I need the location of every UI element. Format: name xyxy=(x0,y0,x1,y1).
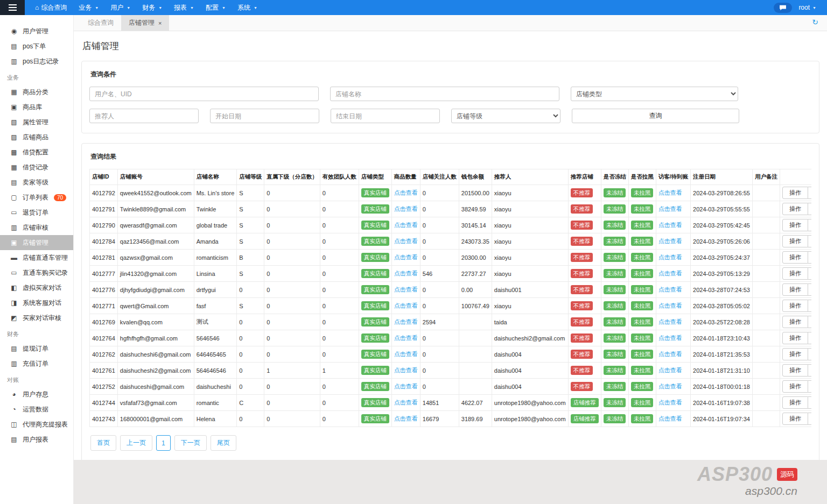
goods-view-link[interactable]: 点击查看 xyxy=(394,270,418,276)
sidebar-item[interactable]: ▣商品库 xyxy=(0,100,73,115)
action-caret-button[interactable]: ▼ xyxy=(808,364,811,377)
action-caret-button[interactable]: ▼ xyxy=(808,396,811,409)
visitors-view-link[interactable]: 点击查看 xyxy=(658,367,682,373)
action-button[interactable]: 操作 xyxy=(782,187,808,199)
action-button[interactable]: 操作 xyxy=(782,251,808,264)
sidebar-item[interactable]: ◧虚拟买家对话 xyxy=(0,280,73,295)
action-button[interactable]: 操作 xyxy=(782,219,808,231)
visitors-view-link[interactable]: 点击查看 xyxy=(658,270,682,276)
sidebar-item[interactable]: ▭退货订单 xyxy=(0,205,73,220)
sidebar-item[interactable]: ▬店铺直通车管理 xyxy=(0,250,73,265)
sidebar-item[interactable]: ◩买家对话审核 xyxy=(0,310,73,325)
goods-view-link[interactable]: 点击查看 xyxy=(394,286,418,293)
goods-view-link[interactable]: 点击查看 xyxy=(394,351,418,357)
action-button[interactable]: 操作 xyxy=(782,396,808,409)
action-caret-button[interactable]: ▼ xyxy=(808,187,811,199)
visitors-view-link[interactable]: 点击查看 xyxy=(658,238,682,244)
sidebar-item[interactable]: ▦商品分类 xyxy=(0,84,73,100)
nav-item-6[interactable]: 系统▼ xyxy=(232,0,263,15)
action-button[interactable]: 操作 xyxy=(782,300,808,312)
action-caret-button[interactable]: ▼ xyxy=(808,348,811,360)
sidebar-toggle-button[interactable] xyxy=(0,0,25,15)
goods-view-link[interactable]: 点击查看 xyxy=(394,383,418,389)
action-caret-button[interactable]: ▼ xyxy=(808,203,811,215)
action-caret-button[interactable]: ▼ xyxy=(808,267,811,280)
sidebar-item[interactable]: ▩借贷配置 xyxy=(0,145,73,160)
sidebar-item[interactable]: ◕用户存息 xyxy=(0,387,73,402)
goods-view-link[interactable]: 点击查看 xyxy=(394,318,418,325)
sidebar-item[interactable]: ◔运营数据 xyxy=(0,402,73,417)
action-button[interactable]: 操作 xyxy=(782,316,808,328)
sidebar-item[interactable]: ▣店铺管理 xyxy=(0,235,73,250)
action-button[interactable]: 操作 xyxy=(782,267,808,280)
end-date-input[interactable] xyxy=(331,109,440,123)
visitors-view-link[interactable]: 点击查看 xyxy=(658,254,682,260)
goods-view-link[interactable]: 点击查看 xyxy=(394,415,418,422)
goods-view-link[interactable]: 点击查看 xyxy=(394,367,418,373)
nav-item-2[interactable]: 用户▼ xyxy=(104,0,136,15)
goods-view-link[interactable]: 点击查看 xyxy=(394,399,418,406)
action-caret-button[interactable]: ▼ xyxy=(808,219,811,231)
sidebar-item[interactable]: ▨店铺商品 xyxy=(0,130,73,145)
visitors-view-link[interactable]: 点击查看 xyxy=(658,189,682,196)
action-button[interactable]: 操作 xyxy=(782,380,808,393)
sidebar-item[interactable]: ▧属性管理 xyxy=(0,115,73,130)
visitors-view-link[interactable]: 点击查看 xyxy=(658,286,682,293)
tab-1[interactable]: 综合查询 xyxy=(80,15,121,31)
goods-view-link[interactable]: 点击查看 xyxy=(394,254,418,260)
pagination-last[interactable]: 尾页 xyxy=(211,435,236,451)
action-caret-button[interactable]: ▼ xyxy=(808,380,811,393)
action-button[interactable]: 操作 xyxy=(782,203,808,215)
sidebar-item[interactable]: ▤提现订单 xyxy=(0,341,73,356)
sidebar-item[interactable]: ▢订单列表70 xyxy=(0,190,73,205)
visitors-view-link[interactable]: 点击查看 xyxy=(658,351,682,357)
pagination-prev[interactable]: 上一页 xyxy=(120,435,152,451)
visitors-view-link[interactable]: 点击查看 xyxy=(658,335,682,341)
sidebar-item[interactable]: ◨系统客服对话 xyxy=(0,295,73,310)
pagination-page-1[interactable]: 1 xyxy=(156,435,171,451)
visitors-view-link[interactable]: 点击查看 xyxy=(658,415,682,422)
visitors-view-link[interactable]: 点击查看 xyxy=(658,302,682,309)
action-caret-button[interactable]: ▼ xyxy=(808,251,811,264)
chat-button[interactable] xyxy=(774,3,792,13)
shop-level-select[interactable]: 店铺等级 xyxy=(451,109,560,123)
pagination-first[interactable]: 首页 xyxy=(90,435,116,451)
nav-item-4[interactable]: 报表▼ xyxy=(168,0,200,15)
action-caret-button[interactable]: ▼ xyxy=(808,332,811,344)
user-menu[interactable]: root ▼ xyxy=(798,4,816,11)
action-button[interactable]: 操作 xyxy=(782,348,808,360)
visitors-view-link[interactable]: 点击查看 xyxy=(658,399,682,406)
visitors-view-link[interactable]: 点击查看 xyxy=(658,383,682,389)
sidebar-item[interactable]: ▥店铺审核 xyxy=(0,220,73,235)
goods-view-link[interactable]: 点击查看 xyxy=(394,238,418,244)
search-button[interactable]: 查询 xyxy=(572,109,739,123)
shop-type-select[interactable]: 店铺类型 xyxy=(571,87,738,101)
nav-item-1[interactable]: 业务▼ xyxy=(73,0,104,15)
goods-view-link[interactable]: 点击查看 xyxy=(394,335,418,341)
sidebar-item[interactable]: ▭直通车购买记录 xyxy=(0,265,73,280)
nav-item-3[interactable]: 财务▼ xyxy=(136,0,168,15)
pagination-next[interactable]: 下一页 xyxy=(174,435,207,451)
close-icon[interactable]: × xyxy=(158,20,162,26)
nav-item-home[interactable]: ⌂综合查询 xyxy=(29,0,73,15)
sidebar-item[interactable]: ▦借贷记录 xyxy=(0,160,73,175)
action-button[interactable]: 操作 xyxy=(782,413,808,425)
goods-view-link[interactable]: 点击查看 xyxy=(394,222,418,228)
action-caret-button[interactable]: ▼ xyxy=(808,316,811,328)
goods-view-link[interactable]: 点击查看 xyxy=(394,302,418,309)
action-caret-button[interactable]: ▼ xyxy=(808,300,811,312)
action-button[interactable]: 操作 xyxy=(782,332,808,344)
goods-view-link[interactable]: 点击查看 xyxy=(394,205,418,212)
action-caret-button[interactable]: ▼ xyxy=(808,235,811,247)
sidebar-item[interactable]: ◉用户管理 xyxy=(0,24,73,39)
visitors-view-link[interactable]: 点击查看 xyxy=(658,205,682,212)
sidebar-item[interactable]: ▤用户报表 xyxy=(0,432,73,447)
action-caret-button[interactable]: ▼ xyxy=(808,413,811,425)
visitors-view-link[interactable]: 点击查看 xyxy=(658,222,682,228)
sidebar-item[interactable]: ◫代理商充提报表 xyxy=(0,417,73,432)
action-button[interactable]: 操作 xyxy=(782,283,808,296)
action-button[interactable]: 操作 xyxy=(782,364,808,377)
refresh-icon[interactable]: ↻ xyxy=(812,18,818,26)
username-input[interactable] xyxy=(89,87,319,101)
sidebar-item[interactable]: ▥pos日志记录 xyxy=(0,54,73,69)
